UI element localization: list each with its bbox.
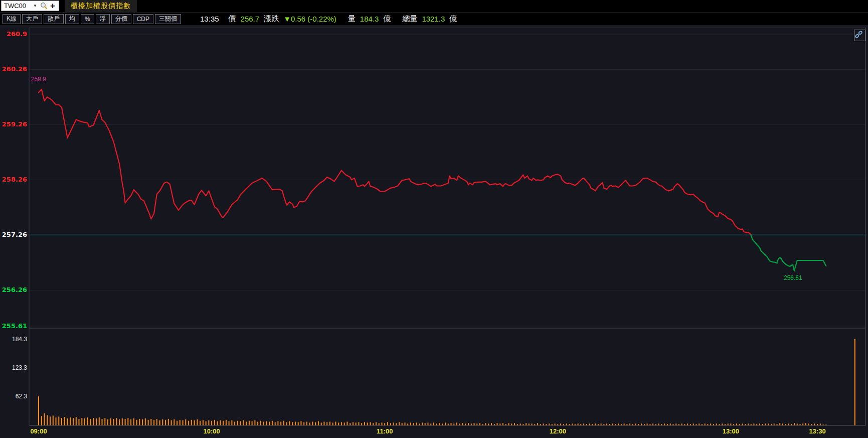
- volume-label: 量: [348, 14, 356, 24]
- volume-bar: [808, 423, 809, 425]
- volume-bar: [260, 421, 261, 425]
- volume-bar: [99, 417, 100, 425]
- volume-bar: [249, 421, 250, 425]
- button-float[interactable]: 浮: [96, 14, 110, 24]
- volume-bar: [254, 420, 255, 425]
- price-line: [39, 89, 751, 235]
- volume-bar: [687, 423, 688, 425]
- volume-bar: [226, 420, 227, 425]
- volume-bar: [370, 422, 371, 426]
- volume-axis-label: 184.3: [0, 336, 27, 343]
- price-line: [751, 235, 826, 271]
- volume-bar: [136, 420, 137, 425]
- volume-bar: [465, 423, 466, 425]
- volume-bar: [572, 423, 573, 425]
- volume-bar: [387, 422, 388, 426]
- volume-bar: [203, 420, 204, 425]
- volume-bar: [191, 420, 192, 425]
- volume-bar: [173, 419, 175, 425]
- volume-bar: [234, 422, 235, 426]
- volume-bar: [127, 418, 128, 425]
- volume-bar: [50, 416, 51, 425]
- volume-bar: [384, 423, 385, 425]
- volume-bar: [303, 422, 304, 426]
- volume-bar: [583, 423, 584, 425]
- search-icon[interactable]: [40, 2, 48, 10]
- volume-bar: [722, 423, 723, 425]
- volume-bar: [476, 423, 477, 425]
- volume-bar: [439, 423, 440, 425]
- button-percent[interactable]: %: [81, 14, 94, 24]
- volume-bar: [38, 396, 39, 425]
- price-axis-label: 255.61: [0, 322, 27, 330]
- volume-bar: [87, 417, 88, 425]
- volume-bar: [499, 423, 500, 425]
- volume-bar: [641, 423, 642, 425]
- volume-bar: [280, 422, 281, 426]
- app-window: TWC00 ▼ + 櫃檯加權股價指數 K線 大戶 散戶 均 % 浮 分價 CDP…: [0, 0, 868, 438]
- button-three-gates[interactable]: 三關價: [155, 14, 181, 24]
- volume-bar: [58, 416, 59, 425]
- volume-bar: [240, 421, 241, 425]
- volume-bar: [41, 416, 42, 425]
- volume-axis-label: 123.3: [0, 364, 27, 371]
- volume-bar: [298, 422, 299, 426]
- volume-bar: [393, 422, 394, 425]
- volume-bar: [306, 422, 307, 426]
- volume-bar: [81, 418, 82, 425]
- volume-bar: [353, 422, 354, 426]
- volume-bar: [474, 423, 475, 425]
- volume-bar: [76, 417, 77, 425]
- button-major-players[interactable]: 大戶: [22, 14, 42, 24]
- time-axis-label: 11:00: [371, 427, 399, 435]
- volume-bar: [162, 419, 163, 425]
- volume-bar: [206, 421, 207, 425]
- price-axis-label: 260.26: [0, 65, 27, 73]
- volume-bar: [361, 423, 362, 425]
- button-cdp[interactable]: CDP: [133, 14, 153, 24]
- volume-bar: [286, 422, 287, 426]
- volume-bar: [300, 421, 301, 425]
- time-axis-label: 12:00: [544, 427, 572, 435]
- button-retail[interactable]: 散戶: [44, 14, 64, 24]
- volume-bar: [779, 423, 780, 425]
- volume-bar: [237, 421, 238, 425]
- volume-bar: [526, 423, 527, 425]
- volume-bar: [471, 423, 472, 425]
- high-price-label: 259.9: [31, 76, 46, 83]
- low-price-label: 256.61: [784, 274, 802, 281]
- chevron-down-icon[interactable]: ▼: [33, 4, 37, 8]
- time-axis-label: 13:30: [803, 427, 831, 435]
- add-symbol-button[interactable]: +: [50, 2, 55, 10]
- button-average[interactable]: 均: [65, 14, 79, 24]
- symbol-input[interactable]: TWC00: [2, 2, 26, 10]
- volume-bar: [647, 423, 648, 425]
- volume-bar: [635, 423, 636, 425]
- volume-bar: [156, 419, 157, 425]
- symbol-combobox[interactable]: TWC00 ▼ +: [1, 1, 59, 11]
- total-volume-label: 總量: [402, 14, 417, 24]
- volume-bar: [364, 422, 365, 426]
- volume-bar: [356, 422, 357, 425]
- volume-bar: [433, 422, 434, 425]
- volume-bar: [511, 423, 512, 425]
- link-button[interactable]: [854, 30, 865, 41]
- volume-bar: [407, 423, 408, 425]
- total-volume-unit: 億: [449, 14, 457, 24]
- tab-index-name[interactable]: 櫃檯加權股價指數: [65, 0, 137, 12]
- button-price-distribution[interactable]: 分價: [111, 14, 131, 24]
- volume-bar: [782, 423, 783, 425]
- price-axis-label: 258.26: [0, 176, 27, 183]
- volume-bar: [453, 423, 454, 425]
- volume-bar: [768, 423, 769, 425]
- volume-bar: [405, 422, 406, 425]
- volume-bar: [194, 420, 195, 425]
- volume-bar: [402, 423, 403, 425]
- volume-bar: [168, 419, 169, 425]
- volume-bar: [595, 423, 596, 425]
- volume-bar: [223, 421, 224, 425]
- volume-bar: [710, 423, 711, 425]
- button-kline[interactable]: K線: [3, 14, 21, 24]
- chart-area[interactable]: 260.9260.26259.26258.26257.26256.26255.6…: [0, 25, 868, 438]
- volume-bar: [165, 420, 166, 425]
